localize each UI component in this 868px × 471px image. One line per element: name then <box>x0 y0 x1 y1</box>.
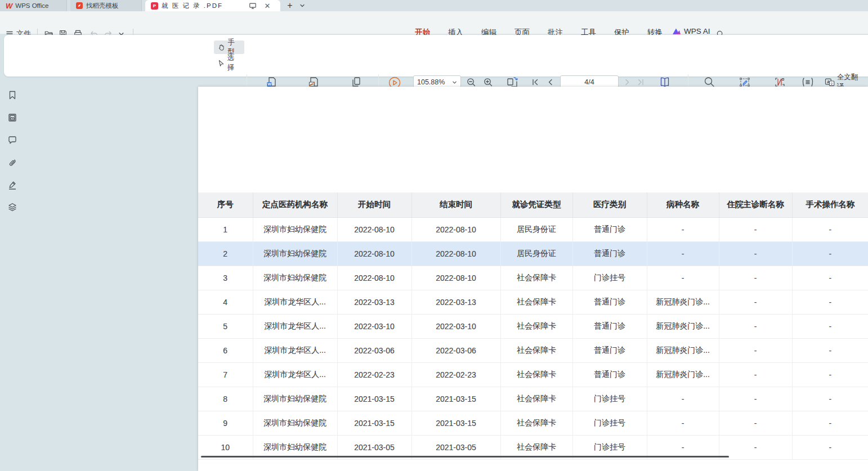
new-tab-button[interactable]: + <box>285 0 295 11</box>
tab-wps-home[interactable]: W WPS Office <box>0 0 67 11</box>
table-header-cell: 病种名称 <box>647 192 719 217</box>
table-cell: 普通门诊 <box>572 290 647 314</box>
table-cell: 深圳市妇幼保健院 <box>253 266 337 290</box>
table-cell: - <box>792 338 868 362</box>
sidebar-thumbnails-button[interactable] <box>7 113 17 123</box>
table-cell: 2022-08-10 <box>411 266 500 290</box>
table-cell: 8 <box>198 387 253 411</box>
table-cell: 社会保障卡 <box>500 411 572 435</box>
table-cell: 社会保障卡 <box>500 290 572 314</box>
table-cell: 深圳市妇幼保健院 <box>253 411 337 435</box>
table-cell: 5 <box>198 314 253 338</box>
chevron-down-icon <box>452 80 457 85</box>
table-row: 2深圳市妇幼保健院2022-08-102022-08-10居民身份证普通门诊--… <box>198 241 868 266</box>
wps-ai-button[interactable]: WPS AI <box>672 27 710 35</box>
sidebar-layers-button[interactable] <box>7 202 17 212</box>
table-cell: - <box>719 241 792 266</box>
table-cell: - <box>719 362 792 387</box>
table-header-cell: 开始时间 <box>337 192 411 217</box>
table-cell: 2022-08-10 <box>411 217 500 241</box>
table-cell: 6 <box>198 338 253 362</box>
table-cell: 深圳市妇幼保健院 <box>253 387 337 411</box>
sidebar-bookmarks-button[interactable] <box>7 90 17 100</box>
last-page-icon <box>637 78 645 86</box>
table-row: 6深圳市龙华区人...2022-03-062022-03-06社会保障卡普通门诊… <box>198 338 868 362</box>
table-header-cell: 定点医药机构名称 <box>253 192 337 217</box>
sidebar-annotate-button[interactable] <box>7 180 17 190</box>
comment-icon <box>7 135 17 145</box>
wps-ai-label: WPS AI <box>684 27 710 35</box>
table-row: 1深圳市妇幼保健院2022-08-102022-08-10居民身份证普通门诊--… <box>198 217 868 241</box>
table-row: 9深圳市妇幼保健院2021-03-152021-03-15社会保障卡门诊挂号--… <box>198 411 868 435</box>
table-cell: 4 <box>198 290 253 314</box>
table-header-cell: 就诊凭证类型 <box>500 192 572 217</box>
table-cell: 2021-03-15 <box>337 387 411 411</box>
table-cell: 新冠肺炎门诊... <box>647 314 719 338</box>
hand-tool-button[interactable]: 手型 <box>214 41 244 54</box>
table-cell: 2022-08-10 <box>337 266 411 290</box>
table-cell: 普通门诊 <box>572 362 647 387</box>
table-cell: 社会保障卡 <box>500 338 572 362</box>
table-cell: 2022-03-06 <box>337 338 411 362</box>
table-cell: 3 <box>198 266 253 290</box>
pdf-file-icon: P <box>151 2 158 10</box>
full-translate-icon: A 文 <box>825 78 835 87</box>
tab-list-chevron-icon[interactable] <box>297 0 307 11</box>
tab-document-pdf[interactable]: P 就 医 记 录 .PDF ✕ <box>145 0 280 11</box>
sidebar-comments-button[interactable] <box>7 135 17 145</box>
docer-icon <box>76 2 83 9</box>
table-cell: 2 <box>198 241 253 266</box>
table-cell: 门诊挂号 <box>572 411 647 435</box>
wps-pdf-app: W WPS Office 找稻壳模板 P 就 医 记 录 .PDF ✕ + 文件 <box>0 0 868 471</box>
table-cell: 2021-03-15 <box>411 411 500 435</box>
first-page-icon <box>531 78 539 86</box>
medical-records-table: 序号定点医药机构名称开始时间结束时间就诊凭证类型医疗类别病种名称住院主诊断名称手… <box>198 192 868 460</box>
monitor-icon[interactable] <box>249 2 257 11</box>
svg-text:W: W <box>267 82 271 86</box>
embedded-table-scrollbar[interactable] <box>201 456 729 457</box>
hand-icon <box>217 43 225 52</box>
table-cell: - <box>719 338 792 362</box>
table-cell: - <box>792 387 868 411</box>
table-cell: - <box>792 314 868 338</box>
zoom-in-button[interactable] <box>482 77 494 88</box>
table-cell: - <box>719 217 792 241</box>
table-cell: 2021-03-15 <box>337 411 411 435</box>
table-cell: 深圳市龙华区人... <box>253 314 337 338</box>
first-page-button[interactable] <box>530 77 541 88</box>
table-cell: - <box>719 266 792 290</box>
paperclip-icon <box>7 158 17 168</box>
close-tab-icon[interactable]: ✕ <box>262 0 272 11</box>
last-page-button[interactable] <box>635 77 646 88</box>
table-cell: 社会保障卡 <box>500 314 572 338</box>
tab-docer-templates[interactable]: 找稻壳模板 <box>70 0 142 11</box>
table-header-cell: 医疗类别 <box>572 192 647 217</box>
table-cell: 深圳市龙华区人... <box>253 290 337 314</box>
table-cell: 2022-02-23 <box>411 362 500 387</box>
table-cell: - <box>792 362 868 387</box>
table-cell: 2022-03-10 <box>411 314 500 338</box>
zoom-level-value: 105.88% <box>417 78 445 86</box>
table-cell: - <box>719 290 792 314</box>
table-cell: 新冠肺炎门诊... <box>647 290 719 314</box>
table-cell: 9 <box>198 411 253 435</box>
next-page-icon <box>623 78 631 86</box>
menu-bar: 文件 开始插入编辑页面批注工具保护转换 <box>0 11 868 34</box>
table-cell: 2022-03-13 <box>337 290 411 314</box>
table-body: 1深圳市妇幼保健院2022-08-102022-08-10居民身份证普通门诊--… <box>198 217 868 459</box>
select-tool-button[interactable]: 选择 <box>214 56 244 70</box>
table-cell: - <box>719 435 792 459</box>
previous-page-button[interactable] <box>545 77 556 88</box>
table-cell: - <box>647 217 719 241</box>
zoom-out-button[interactable] <box>466 77 477 88</box>
table-cell: 2022-03-06 <box>411 338 500 362</box>
table-cell: - <box>719 411 792 435</box>
thumbnails-icon <box>7 113 17 123</box>
wps-ai-icon <box>672 28 681 35</box>
next-page-button[interactable] <box>621 77 633 88</box>
table-cell: 新冠肺炎门诊... <box>647 338 719 362</box>
sidebar-attachments-button[interactable] <box>7 158 17 168</box>
table-header-cell: 序号 <box>198 192 253 217</box>
select-tool-label: 选择 <box>227 53 241 73</box>
table-cell: - <box>792 435 868 459</box>
